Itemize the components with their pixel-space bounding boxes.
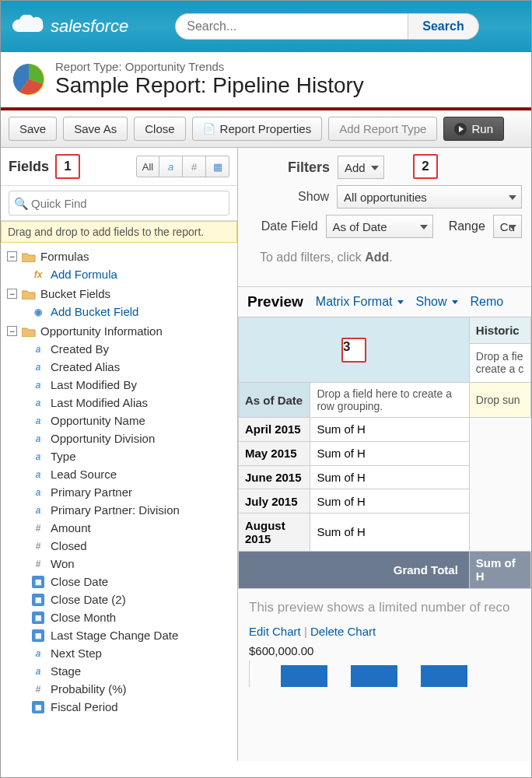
fields-tree[interactable]: −FormulasfxAdd Formula−Bucket Fields◉Add… bbox=[1, 243, 237, 761]
fields-pane: Fields 1 All a # ▦ 🔍 Drag and drop to ad… bbox=[1, 148, 238, 761]
tree-section-formulas[interactable]: −Formulas bbox=[4, 247, 237, 265]
col-drop-zone[interactable]: Drop a fie create a c bbox=[469, 343, 530, 382]
grand-total-value: Sum of H bbox=[469, 551, 530, 588]
field-item[interactable]: #Amount bbox=[32, 519, 237, 537]
field-label: Closed bbox=[51, 539, 87, 552]
edit-chart-link[interactable]: Edit Chart bbox=[249, 625, 301, 638]
date-field-select[interactable]: As of Date bbox=[326, 215, 433, 238]
field-item[interactable]: aCreated By bbox=[32, 340, 237, 358]
field-item[interactable]: aPrimary Partner: Division bbox=[32, 501, 237, 519]
text-field-icon: a bbox=[32, 504, 44, 517]
text-field-icon: a bbox=[32, 450, 44, 463]
field-item[interactable]: ▦Close Date bbox=[32, 573, 237, 591]
chart-bar bbox=[351, 665, 397, 687]
preview-heading: Preview bbox=[247, 293, 303, 310]
delete-chart-link[interactable]: Delete Chart bbox=[310, 625, 376, 638]
show-select[interactable]: All opportunities bbox=[337, 185, 522, 209]
field-label: Type bbox=[51, 450, 76, 463]
add-filter-button[interactable]: Add bbox=[338, 156, 384, 179]
folder-icon bbox=[22, 289, 36, 300]
sum-cell: Sum of H bbox=[310, 489, 469, 513]
field-label: Close Date bbox=[51, 575, 108, 588]
field-item[interactable]: ▦Close Date (2) bbox=[32, 591, 237, 608]
field-item[interactable]: aPrimary Partner bbox=[32, 483, 237, 501]
field-label[interactable]: Add Bucket Field bbox=[51, 305, 138, 318]
date-field-icon: ▦ bbox=[32, 576, 44, 588]
section-label: Bucket Fields bbox=[40, 287, 110, 300]
number-field-icon: # bbox=[32, 540, 44, 552]
format-menu[interactable]: Matrix Format bbox=[316, 295, 404, 309]
field-label: Lead Source bbox=[51, 468, 117, 481]
field-item[interactable]: #Closed bbox=[32, 537, 237, 555]
search-button[interactable]: Search bbox=[408, 13, 478, 40]
field-item[interactable]: #Probability (%) bbox=[32, 680, 237, 698]
save-button[interactable]: Save bbox=[9, 117, 57, 141]
field-item[interactable]: aCreated Alias bbox=[32, 358, 237, 376]
filter-number-button[interactable]: # bbox=[183, 156, 206, 177]
field-label: Opportunity Name bbox=[51, 414, 145, 427]
sum-cell: Sum of H bbox=[310, 418, 469, 442]
tree-section-opportunity-information[interactable]: −Opportunity Information bbox=[4, 322, 237, 340]
row-header-as-of-date: As of Date bbox=[239, 383, 310, 418]
field-item[interactable]: aLast Modified Alias bbox=[32, 394, 237, 412]
field-item[interactable]: ▦Last Stage Change Date bbox=[32, 626, 237, 644]
cloud-icon bbox=[10, 15, 46, 38]
show-menu[interactable]: Show bbox=[416, 295, 458, 309]
field-item[interactable]: ◉Add Bucket Field bbox=[32, 303, 237, 321]
search-input[interactable] bbox=[175, 13, 408, 40]
field-label[interactable]: Add Formula bbox=[51, 268, 117, 281]
save-as-button[interactable]: Save As bbox=[63, 117, 128, 141]
filter-text-button[interactable]: a bbox=[159, 156, 183, 177]
collapse-icon: − bbox=[7, 251, 17, 261]
field-label: Probability (%) bbox=[51, 682, 127, 696]
report-properties-button[interactable]: 📄 Report Properties bbox=[192, 117, 323, 141]
section-label: Opportunity Information bbox=[40, 324, 163, 338]
chart-preview: $600,000.00 bbox=[238, 644, 531, 687]
field-type-filter: All a # ▦ bbox=[136, 156, 229, 177]
show-label: Show bbox=[260, 190, 329, 204]
salesforce-logo: salesforce bbox=[10, 15, 128, 38]
row-drop-zone[interactable]: Drop a field here to create a row groupi… bbox=[310, 383, 469, 418]
report-canvas: Filters Add 2 Show All opportunities Dat… bbox=[238, 148, 531, 761]
field-label: Next Step bbox=[51, 647, 102, 660]
section-label: Formulas bbox=[40, 250, 89, 263]
close-button[interactable]: Close bbox=[134, 117, 185, 141]
number-field-icon: # bbox=[32, 683, 44, 696]
tree-section-bucket-fields[interactable]: −Bucket Fields bbox=[4, 285, 237, 303]
summary-drop-zone[interactable]: Drop sun bbox=[469, 383, 530, 418]
field-label: Created Alias bbox=[51, 360, 120, 373]
field-item[interactable]: #Won bbox=[32, 555, 237, 573]
run-button[interactable]: Run bbox=[443, 117, 504, 141]
field-label: Close Month bbox=[51, 611, 116, 624]
field-label: Created By bbox=[51, 342, 109, 356]
range-select[interactable]: Cu bbox=[493, 215, 522, 238]
field-item[interactable]: aStage bbox=[32, 662, 237, 680]
field-item[interactable]: aLast Modified By bbox=[32, 376, 237, 394]
date-field-icon: ▦ bbox=[32, 701, 44, 713]
field-item[interactable]: ▦Close Month bbox=[32, 608, 237, 626]
date-row-label: August 2015 bbox=[239, 513, 310, 551]
text-field-icon: a bbox=[32, 397, 44, 409]
field-item[interactable]: aLead Source bbox=[32, 465, 237, 483]
quick-find-input[interactable] bbox=[9, 191, 229, 216]
play-icon bbox=[454, 123, 467, 135]
field-item[interactable]: aOpportunity Name bbox=[32, 412, 237, 429]
field-label: Last Stage Change Date bbox=[51, 629, 178, 642]
field-item[interactable]: fxAdd Formula bbox=[32, 265, 237, 283]
field-item[interactable]: ▦Fiscal Period bbox=[32, 698, 237, 716]
callout-2: 2 bbox=[413, 154, 438, 179]
field-item[interactable]: aNext Step bbox=[32, 644, 237, 662]
number-field-icon: # bbox=[32, 522, 44, 534]
field-label: Primary Partner bbox=[51, 485, 132, 499]
filter-hint: To add filters, click Add. bbox=[260, 244, 522, 280]
field-item[interactable]: aOpportunity Division bbox=[32, 429, 237, 447]
filter-all-button[interactable]: All bbox=[136, 156, 159, 177]
add-report-type-button[interactable]: Add Report Type bbox=[328, 117, 437, 141]
field-label: Opportunity Division bbox=[51, 432, 155, 445]
filter-date-button[interactable]: ▦ bbox=[206, 156, 229, 177]
callout-1: 1 bbox=[55, 154, 80, 179]
field-item[interactable]: aType bbox=[32, 447, 237, 465]
date-row-label: June 2015 bbox=[239, 465, 310, 489]
remove-columns-link[interactable]: Remo bbox=[471, 295, 504, 309]
text-field-icon: a bbox=[32, 361, 44, 373]
